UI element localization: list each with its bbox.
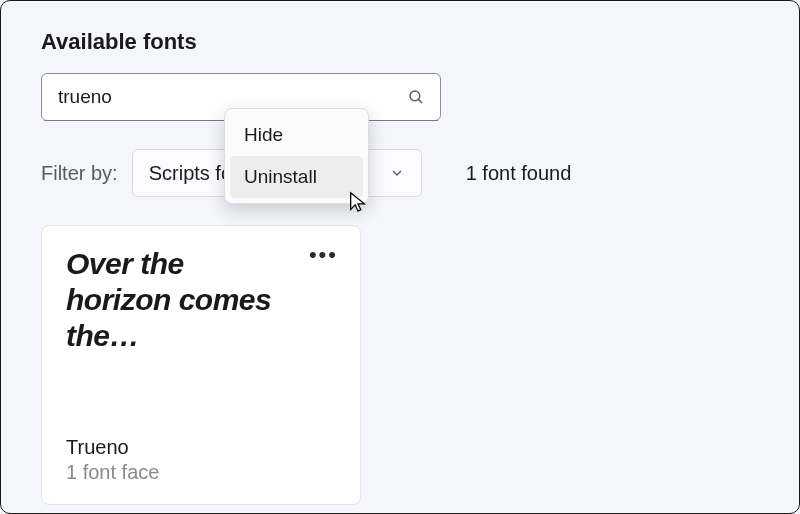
filter-label: Filter by: (41, 162, 118, 185)
svg-point-0 (410, 91, 420, 101)
menu-item-uninstall[interactable]: Uninstall (230, 156, 363, 198)
more-icon[interactable]: ••• (309, 244, 338, 266)
svg-line-1 (418, 99, 422, 103)
chevron-down-icon (389, 165, 405, 181)
search-input[interactable] (56, 85, 406, 109)
section-heading: Available fonts (41, 29, 759, 55)
search-icon[interactable] (406, 87, 426, 107)
font-face-count: 1 font face (66, 461, 336, 484)
context-menu: Hide Uninstall (224, 108, 369, 204)
font-preview-text: Over the horizon comes the… (66, 246, 336, 354)
font-card[interactable]: ••• Over the horizon comes the… Trueno 1… (41, 225, 361, 505)
result-count: 1 font found (466, 162, 572, 185)
menu-item-hide[interactable]: Hide (230, 114, 363, 156)
font-name: Trueno (66, 436, 336, 459)
